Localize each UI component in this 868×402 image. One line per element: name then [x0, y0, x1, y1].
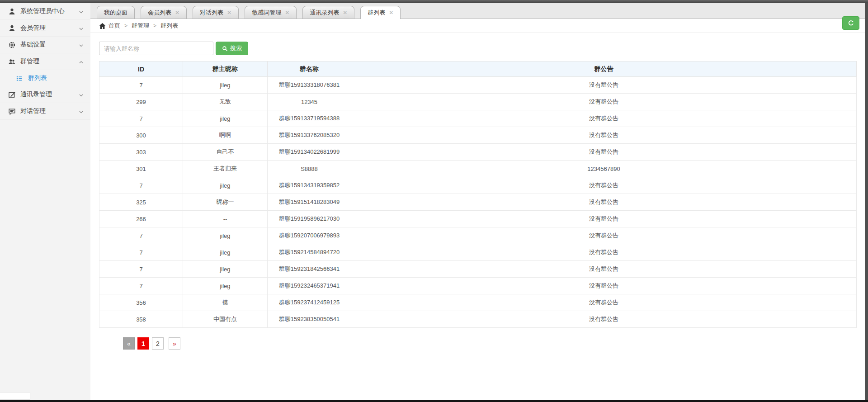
cell-announcement: 没有群公告	[351, 77, 857, 94]
cell-owner-nickname: jileg	[183, 77, 268, 94]
table-row: 7jileg群聊159214584894720没有群公告	[99, 244, 857, 261]
search-row: 搜索	[99, 42, 857, 55]
sidebar-item-label: 基础设置	[20, 41, 78, 49]
sidebar: 系统管理员中心会员管理基础设置群管理群列表通讯录管理对话管理	[0, 3, 90, 400]
search-button[interactable]: 搜索	[216, 42, 248, 55]
pagination-next-button[interactable]: »	[169, 337, 180, 350]
cell-id: 7	[99, 110, 183, 127]
cell-id: 300	[99, 127, 183, 144]
pagination: «12»	[123, 337, 857, 350]
tab-close-icon[interactable]: ✕	[227, 10, 231, 15]
cell-group-name: S8888	[268, 161, 351, 177]
cell-group-name: 群聊159195896217030	[268, 211, 351, 227]
cell-announcement: 没有群公告	[351, 261, 857, 278]
cell-owner-nickname: 摸	[183, 294, 268, 311]
table-row: 356摸群聊159237412459125没有群公告	[99, 294, 857, 311]
gear-icon	[8, 41, 16, 49]
table-row: 358中国有点群聊159238350050541没有群公告	[99, 311, 857, 328]
cell-owner-nickname: 昵称一	[183, 194, 268, 211]
cell-group-name: 群聊159134022681999	[268, 144, 351, 161]
column-header: 群名称	[268, 61, 351, 77]
cell-group-name: 群聊159133762085320	[268, 127, 351, 144]
breadcrumb-群列表[interactable]: 群列表	[160, 22, 178, 30]
cell-id: 7	[99, 244, 183, 261]
cell-group-name: 群聊159214584894720	[268, 244, 351, 261]
chat-icon	[8, 108, 16, 115]
home-icon	[99, 23, 106, 29]
window-bottom-bar	[0, 400, 868, 402]
list-icon	[16, 75, 23, 82]
table-row: 301王者归来S88881234567890	[99, 161, 857, 177]
cell-owner-nickname: 啊啊	[183, 127, 268, 144]
sidebar-item-3[interactable]: 群管理	[0, 53, 90, 70]
cell-owner-nickname: 中国有点	[183, 311, 268, 328]
tab-close-icon[interactable]: ✕	[285, 10, 289, 15]
cell-id: 7	[99, 261, 183, 278]
refresh-icon	[847, 19, 854, 27]
sidebar-item-5[interactable]: 对话管理	[0, 103, 90, 120]
cell-owner-nickname: 王者归来	[183, 161, 268, 177]
group-table: ID群主昵称群名称群公告 7jileg群聊159133318076381没有群公…	[99, 61, 857, 328]
column-header: ID	[99, 61, 183, 77]
chevron-down-icon	[78, 25, 84, 31]
breadcrumb-bar: 首页 >群管理>群列表	[90, 19, 865, 33]
breadcrumb-home[interactable]: 首页	[108, 22, 120, 30]
tab-3[interactable]: 敏感词管理✕	[245, 6, 297, 19]
breadcrumb: >群管理>群列表	[120, 22, 178, 30]
user-icon	[8, 8, 16, 15]
cell-announcement: 没有群公告	[351, 144, 857, 161]
tab-close-icon[interactable]: ✕	[389, 10, 393, 15]
column-header: 群主昵称	[183, 61, 268, 77]
tab-4[interactable]: 通讯录列表✕	[302, 6, 354, 19]
table-row: 300啊啊群聊159133762085320没有群公告	[99, 127, 857, 144]
cell-owner-nickname: jileg	[183, 110, 268, 127]
cell-group-name: 群聊159232465371941	[268, 278, 351, 294]
pagination-prev-button[interactable]: «	[123, 337, 135, 350]
cell-id: 356	[99, 294, 183, 311]
tab-2[interactable]: 对话列表✕	[193, 6, 239, 19]
tab-0[interactable]: 我的桌面	[97, 6, 135, 19]
cell-id: 299	[99, 94, 183, 110]
window-top-bar	[0, 0, 868, 3]
chevron-up-icon	[78, 59, 84, 65]
pagination-page-2[interactable]: 2	[152, 337, 164, 350]
cell-id: 7	[99, 177, 183, 194]
users-icon	[8, 58, 16, 66]
table-row: 266--群聊159195896217030没有群公告	[99, 211, 857, 227]
breadcrumb-群管理[interactable]: 群管理	[132, 22, 149, 30]
tab-label: 我的桌面	[104, 9, 127, 17]
edit-icon	[8, 91, 16, 99]
cell-owner-nickname: jileg	[183, 278, 268, 294]
cell-owner-nickname: 无敌	[183, 94, 268, 110]
tab-5[interactable]: 群列表✕	[360, 6, 401, 19]
table-body: 7jileg群聊159133318076381没有群公告299无敌12345没有…	[99, 77, 857, 328]
pagination-page-1[interactable]: 1	[137, 337, 149, 350]
tab-label: 会员列表	[148, 9, 171, 17]
main-area: 我的桌面会员列表✕对话列表✕敏感词管理✕通讯录列表✕群列表✕ 首页 >群管理>群…	[90, 3, 865, 400]
sidebar-item-2[interactable]: 基础设置	[0, 37, 90, 53]
search-input[interactable]	[99, 42, 213, 55]
cell-id: 7	[99, 77, 183, 94]
window-right-edge[interactable]	[865, 0, 868, 402]
cell-announcement: 没有群公告	[351, 127, 857, 144]
tab-close-icon[interactable]: ✕	[175, 10, 179, 15]
sidebar-item-4[interactable]: 通讯录管理	[0, 86, 90, 103]
cell-owner-nickname: jileg	[183, 244, 268, 261]
cell-announcement: 没有群公告	[351, 311, 857, 328]
sidebar-item-1[interactable]: 会员管理	[0, 20, 90, 37]
breadcrumb-separator: >	[153, 23, 156, 29]
cell-id: 7	[99, 227, 183, 244]
refresh-button[interactable]	[842, 16, 859, 30]
tab-1[interactable]: 会员列表✕	[141, 6, 187, 19]
cell-group-name: 群聊159133719594388	[268, 110, 351, 127]
table-row: 7jileg群聊159133719594388没有群公告	[99, 110, 857, 127]
sidebar-item-0[interactable]: 系统管理员中心	[0, 3, 90, 20]
cell-id: 7	[99, 278, 183, 294]
cell-group-name: 群聊159134319359852	[268, 177, 351, 194]
tab-close-icon[interactable]: ✕	[343, 10, 347, 15]
cell-announcement: 没有群公告	[351, 244, 857, 261]
table-row: 325昵称一群聊159151418283049没有群公告	[99, 194, 857, 211]
sidebar-subitem-群列表[interactable]: 群列表	[0, 70, 90, 86]
table-row: 7jileg群聊159231842566341没有群公告	[99, 261, 857, 278]
chevron-down-icon	[78, 9, 84, 14]
